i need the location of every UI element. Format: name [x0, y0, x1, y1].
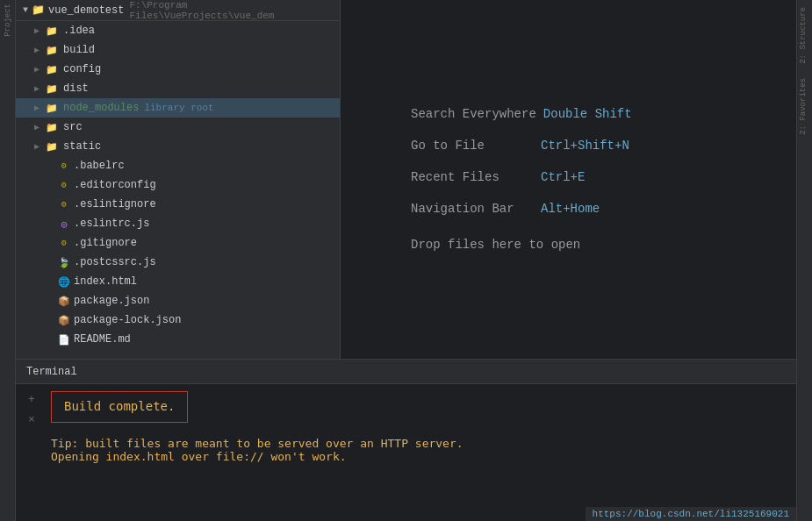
arrow-static — [30, 141, 44, 152]
label-eslintignore: .eslintignore — [74, 198, 156, 211]
tree-root-name: vue_demotest — [48, 4, 124, 17]
label-config: config — [63, 63, 101, 75]
tree-item-src[interactable]: 📁 src — [16, 118, 340, 137]
arrow-dist — [30, 83, 44, 94]
terminal-text-area: Build complete. Tip: built files are mea… — [51, 391, 786, 463]
label-readme: README.md — [74, 333, 131, 346]
label-postcssrc: .postcssrc.js — [74, 256, 156, 268]
tip-text: Tip: built files are meant to be served … — [51, 437, 786, 450]
main-content: ▼ 📁 vue_demotest F:\Program Files\VuePro… — [16, 0, 796, 521]
arrow-src — [30, 122, 44, 132]
url-bar: https://blog.csdn.net/li1325169021 — [586, 507, 796, 521]
tree-item-static[interactable]: 📁 static — [16, 137, 340, 156]
badge-node-modules: library root — [144, 103, 213, 113]
folder-icon-dist: 📁 — [44, 82, 60, 96]
label-gitignore: .gitignore — [74, 237, 137, 249]
shortcut-search-key: Double Shift — [543, 107, 632, 121]
tree-item-node-modules[interactable]: 📁 node_modules library root — [16, 98, 340, 118]
folder-icon-static: 📁 — [44, 139, 60, 153]
label-dist: dist — [63, 82, 89, 95]
tree-item-build[interactable]: 📁 build — [16, 40, 340, 60]
icon-package-lock: 📦 — [58, 314, 70, 326]
add-button[interactable]: + — [28, 393, 35, 406]
tree-item-gitignore[interactable]: ⚙ .gitignore — [16, 233, 340, 253]
shortcut-goto-label: Go to File — [411, 139, 534, 153]
shortcut-nav: Navigation Bar Alt+Home — [411, 202, 600, 216]
icon-readme: 📄 — [58, 333, 70, 346]
editor-area: Search Everywhere Double Shift Go to Fil… — [341, 0, 796, 359]
side-label-structure[interactable]: 2: Structure — [797, 0, 812, 71]
label-build: build — [63, 44, 95, 56]
label-eslintrc: .eslintrc.js — [74, 218, 149, 230]
terminal-content: + × Build complete. Tip: built files are… — [16, 384, 796, 521]
tree-item-index-html[interactable]: 🌐 index.html — [16, 272, 340, 291]
folder-icon-build: 📁 — [44, 43, 60, 57]
icon-babelrc: ⚙ — [58, 160, 70, 172]
shortcut-recent-label: Recent Files — [411, 170, 534, 184]
terminal-buttons: + × — [28, 393, 35, 426]
tree-item-postcssrc[interactable]: 🍃 .postcssrc.js — [16, 253, 340, 272]
icon-eslintrc: ◎ — [58, 218, 70, 230]
tree-item-dist[interactable]: 📁 dist — [16, 79, 340, 98]
tree-root-arrow: ▼ — [23, 5, 28, 15]
tree-item-babelrc[interactable]: ⚙ .babelrc — [16, 156, 340, 175]
icon-editorconfig: ⚙ — [58, 179, 70, 191]
label-static: static — [63, 140, 101, 153]
shortcut-search-label: Search Everywhere — [411, 107, 536, 121]
remove-button[interactable]: × — [28, 413, 35, 426]
terminal-header-label: Terminal — [26, 366, 77, 378]
shortcut-recent-key: Ctrl+E — [541, 170, 585, 184]
left-strip: Project — [0, 0, 16, 521]
label-index-html: index.html — [74, 275, 137, 288]
top-area: ▼ 📁 vue_demotest F:\Program Files\VuePro… — [16, 0, 796, 359]
label-idea: .idea — [63, 25, 95, 37]
tree-item-eslintignore[interactable]: ⚙ .eslintignore — [16, 195, 340, 214]
tree-item-package-lock[interactable]: 📦 package-lock.json — [16, 310, 340, 330]
side-labels: 2: Structure 2: Favorites — [796, 0, 812, 521]
label-node-modules: node_modules — [63, 102, 139, 114]
folder-icon-idea: 📁 — [44, 24, 60, 38]
arrow-build — [30, 45, 44, 55]
label-babelrc: .babelrc — [74, 160, 125, 172]
tree-item-package-json[interactable]: 📦 package.json — [16, 291, 340, 310]
project-tree: ▼ 📁 vue_demotest F:\Program Files\VuePro… — [16, 0, 341, 359]
shortcut-goto-key: Ctrl+Shift+N — [541, 139, 629, 153]
label-src: src — [63, 121, 83, 133]
icon-gitignore: ⚙ — [58, 237, 70, 249]
icon-eslintignore: ⚙ — [58, 198, 70, 211]
tree-header: ▼ 📁 vue_demotest F:\Program Files\VuePro… — [16, 0, 340, 21]
icon-package-json: 📦 — [58, 295, 70, 307]
label-editorconfig: .editorconfig — [74, 179, 156, 191]
tree-item-readme[interactable]: 📄 README.md — [16, 330, 340, 349]
label-package-json: package.json — [74, 295, 149, 307]
tree-item-idea[interactable]: 📁 .idea — [16, 21, 340, 40]
shortcut-goto: Go to File Ctrl+Shift+N — [411, 139, 629, 153]
opening-text: Opening index.html over file:// won't wo… — [51, 450, 786, 463]
label-package-lock: package-lock.json — [74, 314, 181, 326]
icon-index-html: 🌐 — [58, 275, 70, 288]
root-folder-icon: 📁 — [32, 4, 45, 17]
drop-files-text: Drop files here to open — [411, 238, 580, 252]
folder-icon-node-modules: 📁 — [44, 101, 60, 115]
folder-icon-config: 📁 — [44, 62, 60, 76]
build-complete-text: Build complete. — [64, 399, 175, 413]
shortcut-recent: Recent Files Ctrl+E — [411, 170, 585, 184]
tree-root-path: F:\Program Files\VueProjects\vue_dem — [129, 0, 333, 21]
arrow-idea — [30, 25, 44, 36]
tree-item-config[interactable]: 📁 config — [16, 60, 340, 79]
shortcut-nav-key: Alt+Home — [541, 202, 600, 216]
build-complete-box: Build complete. — [51, 391, 188, 423]
tree-item-eslintrc[interactable]: ◎ .eslintrc.js — [16, 214, 340, 233]
arrow-node-modules — [30, 103, 44, 113]
terminal-header: Terminal — [16, 360, 796, 384]
arrow-config — [30, 64, 44, 75]
shortcut-search: Search Everywhere Double Shift — [411, 107, 632, 121]
terminal-area: Terminal + × Build complete. Tip: built … — [16, 359, 796, 521]
icon-postcssrc: 🍃 — [58, 256, 70, 268]
folder-icon-src: 📁 — [44, 120, 60, 134]
tree-item-editorconfig[interactable]: ⚙ .editorconfig — [16, 175, 340, 195]
project-strip-label: Project — [2, 0, 14, 40]
shortcut-nav-label: Navigation Bar — [411, 202, 534, 216]
side-label-favorites[interactable]: 2: Favorites — [797, 71, 812, 142]
